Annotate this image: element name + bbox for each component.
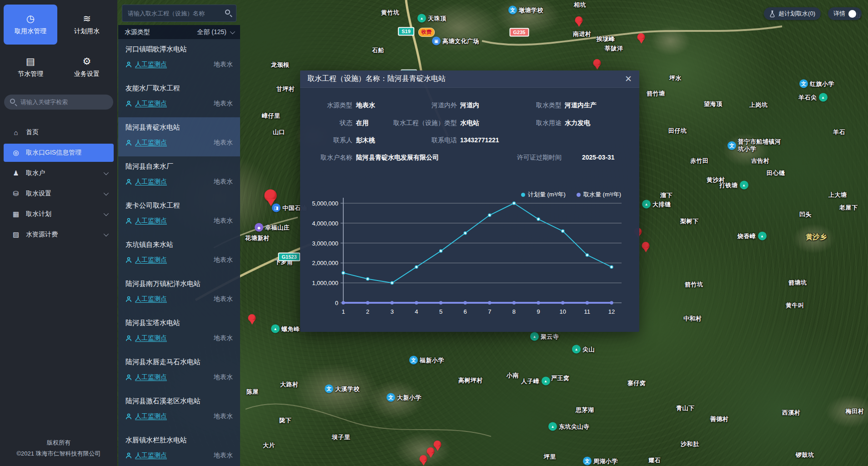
filter-select[interactable]: 全部 (125) — [197, 28, 234, 36]
sidebar-menu-item[interactable]: ◎ 取水口GIS信息管理 — [4, 144, 114, 162]
intake-marker-pin[interactable] — [434, 441, 442, 451]
facility-search-input[interactable] — [122, 5, 236, 22]
poi-name: 南进村 — [573, 30, 592, 38]
facility-list-item[interactable]: 陆河县宝塔水电站 人工监测点 地表水 — [118, 313, 240, 352]
svg-text:2,000,000: 2,000,000 — [312, 260, 338, 266]
map-poi-label: 凹头 — [799, 210, 812, 219]
monitor-type-link[interactable]: 人工监测点 — [135, 373, 167, 381]
water-source-type: 地表水 — [214, 295, 233, 303]
poi-name: 人子嶂 — [521, 377, 540, 385]
sidebar-menu-item[interactable]: ▦ 取水计划 — [4, 205, 114, 223]
poi-icon — [799, 80, 808, 88]
sidebar-menu-item[interactable]: ♟ 取水户 — [4, 164, 114, 182]
search-icon — [10, 99, 15, 104]
poi-name: 红旗小学 — [810, 80, 834, 88]
menu-item-icon: ⛁ — [12, 190, 20, 198]
module-icon: ≋ — [83, 14, 91, 23]
poi-name: 大路村 — [280, 381, 299, 389]
sidebar-menu-item[interactable]: ⌂ 首页 — [4, 123, 114, 141]
field-label: 联系电话 — [384, 136, 457, 145]
close-icon[interactable]: ✕ — [625, 75, 632, 83]
app-root: 黄竹坑 天珠顶 墩塘学校 相坑 — [0, 0, 868, 466]
field-value: 河道内生产 — [565, 101, 597, 110]
monitor-type-link[interactable]: 人工监测点 — [135, 60, 167, 69]
intake-marker-pin[interactable] — [637, 33, 645, 44]
intake-marker-pin[interactable] — [575, 16, 583, 27]
svg-text:8: 8 — [512, 308, 516, 315]
search-icon[interactable] — [225, 10, 230, 15]
facility-meta-row: 人工监测点 地表水 — [125, 100, 233, 108]
facility-list-item[interactable]: 陆河县水唇走马石水电站 人工监测点 地表水 — [118, 352, 240, 391]
sidebar-menu-item[interactable]: ▨ 水资源计费 — [4, 225, 114, 244]
poi-name: 东坑尖山寺 — [559, 422, 590, 431]
facility-list-item[interactable]: 麦卡公司取水工程 人工监测点 地表水 — [118, 195, 240, 235]
facility-list-item[interactable]: 陆河县激石溪老区水电站 人工监测点 地表水 — [118, 391, 240, 430]
svg-text:4: 4 — [415, 308, 418, 315]
copyright-line1: 版权所有 — [0, 437, 117, 448]
facility-meta-row: 人工监测点 地表水 — [125, 60, 233, 69]
monitor-type-link[interactable]: 人工监测点 — [135, 178, 167, 186]
intake-marker-pin[interactable] — [420, 455, 427, 466]
map-poi-label: 黄沙乡 — [806, 233, 827, 241]
facility-list-item[interactable]: 陆河县自来水厂 人工监测点 地表水 — [118, 156, 240, 195]
intake-marker-pin[interactable] — [593, 59, 601, 70]
map-poi-label: 思茅湖 — [576, 406, 594, 414]
facility-list-item[interactable]: 东坑镇自来水站 人工监测点 地表水 — [118, 235, 240, 274]
person-icon — [125, 452, 132, 459]
svg-text:10: 10 — [559, 308, 566, 315]
intake-marker-pin[interactable] — [264, 190, 276, 207]
facility-list-item[interactable]: 水唇镇水栏肚水电站 人工监测点 地表水 — [118, 430, 240, 466]
menu-item-icon: ⌂ — [12, 129, 20, 136]
detail-toggle[interactable]: 详情 — [828, 7, 862, 20]
monitor-type-link[interactable]: 人工监测点 — [135, 295, 167, 303]
svg-text:1: 1 — [341, 308, 345, 315]
sidebar-menu-item[interactable]: ⛁ 取水设置 — [4, 185, 114, 203]
intake-marker-pin-head — [420, 455, 427, 463]
poi-name: 相坑 — [574, 1, 586, 9]
over-plan-button[interactable]: 超计划取水(0) — [764, 7, 821, 20]
module-tile[interactable]: ⚙ 业务设置 — [60, 47, 114, 87]
monitor-type-link[interactable]: 人工监测点 — [135, 412, 167, 421]
map-poi-label: 坪里 — [544, 453, 556, 461]
module-tile[interactable]: ▤ 节水管理 — [4, 47, 57, 87]
intake-marker-pin[interactable] — [248, 314, 256, 325]
module-tile[interactable]: ◷ 取用水管理 — [4, 5, 57, 45]
field-value: 河道内 — [460, 101, 479, 110]
intake-marker-pin-head — [575, 16, 583, 24]
poi-icon — [740, 181, 748, 190]
facility-list-item[interactable]: 陆河县南万镇杞洋水电站 人工监测点 地表水 — [118, 274, 240, 313]
field-label: 联系人 — [300, 136, 352, 145]
poi-name: 思茅湖 — [576, 406, 594, 414]
facility-list-item[interactable]: 友能水厂取水工程 人工监测点 地表水 — [118, 78, 240, 117]
monitor-type-link[interactable]: 人工监测点 — [135, 451, 167, 460]
monitor-type-link[interactable]: 人工监测点 — [135, 139, 167, 147]
field-value: 陆河县青碇水电发展有限公司 — [356, 154, 439, 162]
field-label: 状态 — [300, 119, 352, 127]
facility-list-item[interactable]: 河口镇唱歌潭水电站 人工监测点 地表水 — [118, 39, 240, 78]
intake-marker-pin[interactable] — [642, 242, 650, 253]
poi-name: 坪水 — [669, 74, 682, 82]
sidebar-search-input[interactable] — [4, 95, 113, 110]
water-source-type: 地表水 — [214, 217, 233, 225]
monitor-type-link[interactable]: 人工监测点 — [135, 334, 167, 342]
map-poi-label: 嶂仔里 — [262, 112, 281, 120]
monitor-type-link[interactable]: 人工监测点 — [135, 217, 167, 225]
map-poi-label: 烧香嶂 — [738, 232, 767, 241]
map-poi-label: 小南 — [507, 371, 519, 380]
water-source-type: 地表水 — [214, 139, 233, 147]
menu-item-label: 取水口GIS信息管理 — [26, 149, 81, 157]
poi-name: 溜下 — [660, 191, 672, 200]
facility-list-item[interactable]: 陆河县青碇水电站 人工监测点 地表水 — [118, 117, 240, 156]
monitor-type-link[interactable]: 人工监测点 — [135, 100, 167, 108]
module-tile[interactable]: ≋ 计划用水 — [60, 5, 114, 45]
facility-name: 陆河县水唇走马石水电站 — [125, 358, 233, 366]
poi-name: 梨树下 — [680, 217, 699, 225]
field-value: 彭木桃 — [356, 136, 375, 145]
map-poi-label: 黄牛叫 — [786, 301, 804, 310]
water-source-type: 地表水 — [214, 373, 233, 381]
monitor-type-link[interactable]: 人工监测点 — [135, 256, 167, 264]
toggle-knob[interactable] — [848, 10, 856, 18]
poi-name: 大新小学 — [397, 393, 421, 401]
water-source-type: 地表水 — [214, 412, 233, 421]
poi-name: 中和村 — [683, 315, 702, 323]
